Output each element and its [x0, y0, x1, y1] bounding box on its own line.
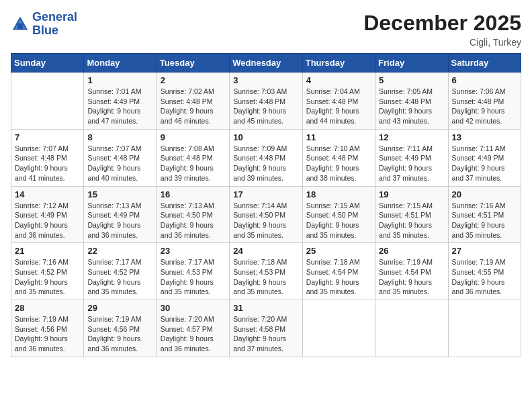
day-number: 17	[233, 189, 298, 199]
day-number: 28	[15, 303, 80, 313]
day-number: 30	[161, 303, 226, 313]
day-info: Sunrise: 7:09 AMSunset: 4:48 PMDaylight:…	[233, 144, 298, 183]
day-number: 16	[161, 189, 226, 199]
day-number: 12	[379, 132, 444, 142]
day-info: Sunrise: 7:12 AMSunset: 4:49 PMDaylight:…	[15, 201, 80, 240]
day-info: Sunrise: 7:06 AMSunset: 4:48 PMDaylight:…	[452, 87, 517, 126]
day-info: Sunrise: 7:19 AMSunset: 4:56 PMDaylight:…	[87, 314, 152, 354]
day-number: 27	[452, 246, 517, 256]
table-row: 25 Sunrise: 7:18 AMSunset: 4:54 PMDaylig…	[302, 243, 375, 300]
day-number: 23	[161, 246, 226, 256]
days-header-row: Sunday Monday Tuesday Wednesday Thursday…	[11, 54, 521, 73]
title-section: December 2025 Cigli, Turkey	[363, 11, 521, 48]
table-row: 15 Sunrise: 7:13 AMSunset: 4:49 PMDaylig…	[84, 186, 157, 243]
svg-rect-2	[17, 23, 23, 28]
table-row: 28 Sunrise: 7:19 AMSunset: 4:56 PMDaylig…	[11, 300, 84, 357]
day-number: 29	[87, 303, 152, 313]
day-info: Sunrise: 7:15 AMSunset: 4:50 PMDaylight:…	[306, 201, 371, 240]
header-wednesday: Wednesday	[230, 54, 302, 73]
day-number: 6	[452, 75, 517, 85]
day-number: 9	[161, 132, 226, 142]
week-row-3: 14 Sunrise: 7:12 AMSunset: 4:49 PMDaylig…	[11, 186, 521, 243]
day-info: Sunrise: 7:11 AMSunset: 4:49 PMDaylight:…	[452, 144, 517, 183]
table-row: 11 Sunrise: 7:10 AMSunset: 4:48 PMDaylig…	[302, 129, 375, 186]
day-info: Sunrise: 7:02 AMSunset: 4:48 PMDaylight:…	[161, 87, 226, 126]
day-info: Sunrise: 7:16 AMSunset: 4:51 PMDaylight:…	[452, 201, 517, 240]
table-row: 2 Sunrise: 7:02 AMSunset: 4:48 PMDayligh…	[157, 73, 229, 130]
header-thursday: Thursday	[302, 54, 375, 73]
day-number: 14	[15, 189, 80, 199]
day-number: 24	[233, 246, 298, 256]
day-info: Sunrise: 7:10 AMSunset: 4:48 PMDaylight:…	[306, 144, 371, 183]
week-row-2: 7 Sunrise: 7:07 AMSunset: 4:48 PMDayligh…	[11, 129, 521, 186]
day-info: Sunrise: 7:07 AMSunset: 4:48 PMDaylight:…	[15, 144, 80, 183]
table-row: 5 Sunrise: 7:05 AMSunset: 4:48 PMDayligh…	[375, 73, 448, 130]
day-number: 20	[452, 189, 517, 199]
day-number: 26	[379, 246, 444, 256]
day-number: 1	[87, 75, 152, 85]
day-number: 21	[15, 246, 80, 256]
day-number: 5	[379, 75, 444, 85]
table-row: 31 Sunrise: 7:20 AMSunset: 4:58 PMDaylig…	[230, 300, 302, 357]
day-number: 7	[15, 132, 80, 142]
day-number: 13	[452, 132, 517, 142]
table-row: 8 Sunrise: 7:07 AMSunset: 4:48 PMDayligh…	[84, 129, 157, 186]
table-row	[11, 73, 84, 130]
month-title: December 2025	[363, 11, 521, 36]
day-info: Sunrise: 7:18 AMSunset: 4:54 PMDaylight:…	[306, 257, 371, 297]
day-info: Sunrise: 7:19 AMSunset: 4:55 PMDaylight:…	[452, 257, 517, 297]
day-info: Sunrise: 7:14 AMSunset: 4:50 PMDaylight:…	[233, 201, 298, 240]
day-info: Sunrise: 7:15 AMSunset: 4:51 PMDaylight:…	[379, 201, 444, 240]
table-row: 12 Sunrise: 7:11 AMSunset: 4:49 PMDaylig…	[375, 129, 448, 186]
header: General Blue December 2025 Cigli, Turkey	[11, 11, 521, 48]
day-number: 3	[233, 75, 298, 85]
table-row: 10 Sunrise: 7:09 AMSunset: 4:48 PMDaylig…	[230, 129, 302, 186]
day-number: 19	[379, 189, 444, 199]
day-info: Sunrise: 7:04 AMSunset: 4:48 PMDaylight:…	[306, 87, 371, 126]
table-row: 4 Sunrise: 7:04 AMSunset: 4:48 PMDayligh…	[302, 73, 375, 130]
table-row	[448, 300, 521, 357]
day-number: 8	[87, 132, 152, 142]
day-info: Sunrise: 7:17 AMSunset: 4:53 PMDaylight:…	[161, 257, 226, 297]
table-row	[302, 300, 375, 357]
day-number: 4	[306, 75, 371, 85]
day-info: Sunrise: 7:13 AMSunset: 4:50 PMDaylight:…	[161, 201, 226, 240]
day-info: Sunrise: 7:07 AMSunset: 4:48 PMDaylight:…	[87, 144, 152, 183]
table-row: 23 Sunrise: 7:17 AMSunset: 4:53 PMDaylig…	[157, 243, 229, 300]
day-info: Sunrise: 7:01 AMSunset: 4:49 PMDaylight:…	[87, 87, 152, 126]
day-number: 10	[233, 132, 298, 142]
table-row: 17 Sunrise: 7:14 AMSunset: 4:50 PMDaylig…	[230, 186, 302, 243]
day-number: 15	[87, 189, 152, 199]
table-row: 6 Sunrise: 7:06 AMSunset: 4:48 PMDayligh…	[448, 73, 521, 130]
table-row: 27 Sunrise: 7:19 AMSunset: 4:55 PMDaylig…	[448, 243, 521, 300]
day-info: Sunrise: 7:05 AMSunset: 4:48 PMDaylight:…	[379, 87, 444, 126]
day-info: Sunrise: 7:18 AMSunset: 4:53 PMDaylight:…	[233, 257, 298, 297]
table-row: 18 Sunrise: 7:15 AMSunset: 4:50 PMDaylig…	[302, 186, 375, 243]
day-number: 11	[306, 132, 371, 142]
day-info: Sunrise: 7:20 AMSunset: 4:58 PMDaylight:…	[233, 314, 298, 354]
day-info: Sunrise: 7:19 AMSunset: 4:56 PMDaylight:…	[15, 314, 80, 354]
day-info: Sunrise: 7:19 AMSunset: 4:54 PMDaylight:…	[379, 257, 444, 297]
week-row-1: 1 Sunrise: 7:01 AMSunset: 4:49 PMDayligh…	[11, 73, 521, 130]
logo-icon	[11, 15, 30, 34]
table-row: 3 Sunrise: 7:03 AMSunset: 4:48 PMDayligh…	[230, 73, 302, 130]
table-row: 24 Sunrise: 7:18 AMSunset: 4:53 PMDaylig…	[230, 243, 302, 300]
header-saturday: Saturday	[448, 54, 521, 73]
day-info: Sunrise: 7:03 AMSunset: 4:48 PMDaylight:…	[233, 87, 298, 126]
day-number: 2	[161, 75, 226, 85]
table-row: 13 Sunrise: 7:11 AMSunset: 4:49 PMDaylig…	[448, 129, 521, 186]
logo: General Blue	[11, 11, 77, 38]
table-row: 7 Sunrise: 7:07 AMSunset: 4:48 PMDayligh…	[11, 129, 84, 186]
table-row: 19 Sunrise: 7:15 AMSunset: 4:51 PMDaylig…	[375, 186, 448, 243]
location: Cigli, Turkey	[363, 37, 521, 48]
header-tuesday: Tuesday	[157, 54, 229, 73]
page-container: General Blue December 2025 Cigli, Turkey…	[11, 11, 521, 357]
week-row-4: 21 Sunrise: 7:16 AMSunset: 4:52 PMDaylig…	[11, 243, 521, 300]
day-info: Sunrise: 7:08 AMSunset: 4:48 PMDaylight:…	[161, 144, 226, 183]
header-monday: Monday	[84, 54, 157, 73]
week-row-5: 28 Sunrise: 7:19 AMSunset: 4:56 PMDaylig…	[11, 300, 521, 357]
table-row: 22 Sunrise: 7:17 AMSunset: 4:52 PMDaylig…	[84, 243, 157, 300]
day-info: Sunrise: 7:16 AMSunset: 4:52 PMDaylight:…	[15, 257, 80, 297]
day-number: 25	[306, 246, 371, 256]
day-info: Sunrise: 7:17 AMSunset: 4:52 PMDaylight:…	[87, 257, 152, 297]
